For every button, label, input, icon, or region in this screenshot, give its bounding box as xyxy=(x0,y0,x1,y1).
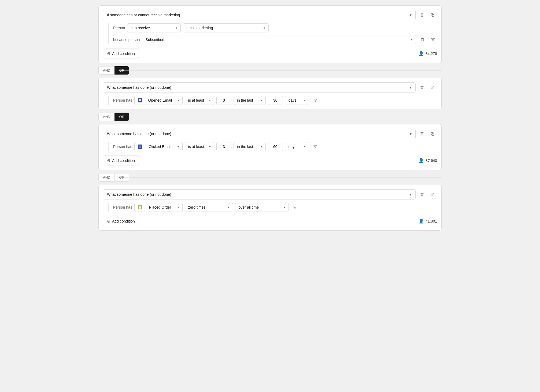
main-dropdown-row-4: What someone has done (or not done) ▾ xyxy=(103,189,437,199)
chevron-down-icon: ▾ xyxy=(410,192,412,197)
add-condition-3-button[interactable]: ⊕ Add condition xyxy=(103,156,139,165)
chevron-down-icon: ▾ xyxy=(284,206,285,209)
main-dropdown-3[interactable]: What someone has done (or not done) ▾ xyxy=(103,129,416,139)
over-all-time-value: over all time xyxy=(239,205,259,209)
chevron-down-icon: ▾ xyxy=(264,26,265,30)
or-button-3[interactable]: OR xyxy=(114,173,129,182)
chevron-down-icon: ▾ xyxy=(209,145,211,149)
days-count-input-3[interactable] xyxy=(268,142,283,151)
count-4-value: 41,801 xyxy=(426,219,437,223)
condition-row-person: Person can receive ▾ email marketing ▾ xyxy=(113,23,437,32)
email-marketing-value: email marketing xyxy=(186,26,213,30)
chevron-down-icon: ▾ xyxy=(176,26,177,30)
chevron-down-icon: ▾ xyxy=(411,38,413,42)
count-input-2[interactable] xyxy=(216,96,231,105)
count-display-1: 👤 34,278 xyxy=(419,51,437,56)
opened-email-value: Opened Email xyxy=(148,98,172,102)
or-button-1[interactable]: OR xyxy=(114,66,129,75)
email-event-icon-3 xyxy=(138,145,142,149)
chevron-down-icon: ▾ xyxy=(304,145,306,149)
person-count-icon: 👤 xyxy=(419,51,424,56)
days-count-input-2[interactable] xyxy=(268,96,283,105)
main-dropdown-1[interactable]: If someone can or cannot receive marketi… xyxy=(103,10,416,20)
block-2: What someone has done (or not done) ▾ Pe… xyxy=(98,78,442,109)
sub-conditions-2: Person has Opened Email ▾ is at least ▾ … xyxy=(108,96,437,105)
condition-row-opened-email: Person has Opened Email ▾ is at least ▾ … xyxy=(113,96,437,105)
condition-row-placed-order: Person has Placed Order ▾ zero times ▾ o… xyxy=(113,203,437,212)
delete-block-4-button[interactable] xyxy=(418,190,426,199)
chevron-down-icon: ▾ xyxy=(261,145,262,149)
page-container: If someone can or cannot receive marketi… xyxy=(98,5,442,231)
filter-button-4[interactable] xyxy=(291,203,299,211)
person-label: Person xyxy=(113,26,125,30)
block-4: What someone has done (or not done) ▾ Pe… xyxy=(98,185,442,231)
and-button-3[interactable]: AND xyxy=(98,173,114,182)
in-the-last-value-3: in the last xyxy=(237,145,253,149)
opened-email-select[interactable]: Opened Email ▾ xyxy=(134,96,183,105)
person-has-label-2: Person has xyxy=(113,98,132,102)
subscribed-value: Subscribed xyxy=(146,38,164,42)
copy-block-1-button[interactable] xyxy=(428,11,437,19)
chevron-down-icon: ▾ xyxy=(410,13,412,17)
count-display-3: 👤 37,640 xyxy=(419,158,437,163)
and-button-2[interactable]: AND xyxy=(98,113,114,121)
filter-button-2[interactable] xyxy=(311,96,319,104)
person-count-icon-4: 👤 xyxy=(419,219,424,224)
copy-block-2-button[interactable] xyxy=(428,83,437,92)
chevron-down-icon: ▾ xyxy=(304,99,306,102)
can-receive-select[interactable]: can receive ▾ xyxy=(127,23,181,32)
clicked-email-select[interactable]: Clicked Email ▾ xyxy=(134,142,183,151)
copy-block-4-button[interactable] xyxy=(428,190,437,199)
filter-button-3[interactable] xyxy=(311,143,319,151)
is-at-least-value-3: is at least xyxy=(188,145,204,149)
email-marketing-select[interactable]: email marketing ▾ xyxy=(183,23,269,32)
filter-button[interactable] xyxy=(429,36,437,44)
is-at-least-select-2[interactable]: is at least ▾ xyxy=(185,96,214,105)
condition-row-because-person: because person Subscribed ▾ xyxy=(113,35,437,44)
connector-2: AND OR xyxy=(98,109,442,124)
connector-3: AND OR xyxy=(98,170,442,185)
days-select-2[interactable]: days ▾ xyxy=(285,96,309,105)
subscribed-select[interactable]: Subscribed ▾ xyxy=(142,35,416,44)
placed-order-select[interactable]: Placed Order ▾ xyxy=(134,203,183,212)
main-dropdown-2[interactable]: What someone has done (or not done) ▾ xyxy=(103,82,416,93)
condition-row-clicked-email: Person has Clicked Email ▾ is at least ▾… xyxy=(113,142,437,151)
days-select-3[interactable]: days ▾ xyxy=(285,142,309,151)
person-count-icon-3: 👤 xyxy=(419,158,424,163)
delete-block-1-button[interactable] xyxy=(418,11,426,19)
zero-times-select[interactable]: zero times ▾ xyxy=(185,203,233,212)
add-condition-1-button[interactable]: ⊕ Add condition xyxy=(103,49,139,58)
main-dropdown-4-label: What someone has done (or not done) xyxy=(107,192,171,197)
email-event-icon xyxy=(138,98,142,102)
plus-icon: ⊕ xyxy=(107,51,110,56)
count-input-3[interactable] xyxy=(216,142,231,151)
block-3-footer: ⊕ Add condition 👤 37,640 xyxy=(103,156,437,165)
in-the-last-select-2[interactable]: in the last ▾ xyxy=(234,96,266,105)
count-3-value: 37,640 xyxy=(426,158,437,163)
placed-order-value: Placed Order xyxy=(149,205,171,209)
clicked-email-value: Clicked Email xyxy=(149,145,171,149)
connector-1: AND OR xyxy=(98,63,442,78)
in-the-last-select-3[interactable]: in the last ▾ xyxy=(234,142,266,151)
copy-block-3-button[interactable] xyxy=(428,130,437,138)
and-button-1[interactable]: AND xyxy=(98,66,114,75)
delete-subcondition-button[interactable] xyxy=(418,35,427,44)
add-condition-3-label: Add condition xyxy=(112,158,135,163)
over-all-time-select[interactable]: over all time ▾ xyxy=(235,203,289,212)
days-value-3: days xyxy=(289,145,297,149)
or-button-2[interactable]: OR xyxy=(114,113,129,121)
add-condition-4-button[interactable]: ⊕ Add condition xyxy=(103,216,139,226)
can-receive-value: can receive xyxy=(131,26,150,30)
add-condition-4-label: Add condition xyxy=(112,219,135,223)
delete-block-3-button[interactable] xyxy=(418,130,426,138)
delete-block-2-button[interactable] xyxy=(418,83,426,92)
chevron-down-icon: ▾ xyxy=(228,206,230,209)
plus-icon-3: ⊕ xyxy=(107,158,110,163)
sub-conditions-1: Person can receive ▾ email marketing ▾ b… xyxy=(108,23,437,44)
is-at-least-select-3[interactable]: is at least ▾ xyxy=(185,142,214,151)
sub-conditions-4: Person has Placed Order ▾ zero times ▾ o… xyxy=(108,203,437,212)
because-person-label: because person xyxy=(113,38,140,42)
main-dropdown-row-1: If someone can or cannot receive marketi… xyxy=(103,10,437,20)
main-dropdown-4[interactable]: What someone has done (or not done) ▾ xyxy=(103,189,416,199)
add-condition-1-label: Add condition xyxy=(112,51,135,56)
